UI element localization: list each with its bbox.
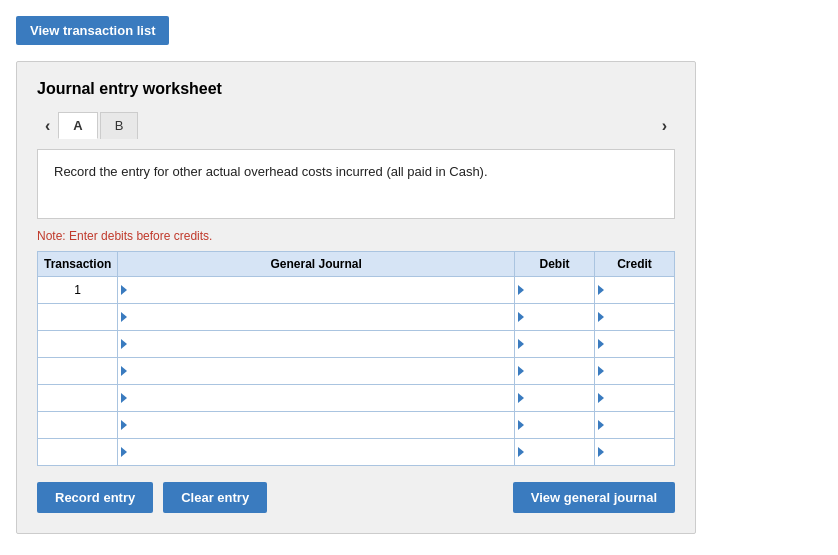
view-general-journal-button[interactable]: View general journal [513, 482, 675, 513]
debit-cell-4[interactable] [515, 358, 595, 385]
table-row [38, 358, 675, 385]
general-journal-input-5[interactable] [127, 385, 514, 411]
general-journal-cell-7[interactable] [118, 439, 515, 466]
col-credit: Credit [595, 252, 675, 277]
debit-cell-2[interactable] [515, 304, 595, 331]
credit-input-6[interactable] [604, 412, 674, 438]
table-row [38, 304, 675, 331]
transaction-cell-6 [38, 412, 118, 439]
debit-cell-3[interactable] [515, 331, 595, 358]
credit-cell-5[interactable] [595, 385, 675, 412]
general-journal-input-3[interactable] [127, 331, 514, 357]
credit-input-7[interactable] [604, 439, 674, 465]
general-journal-cell-5[interactable] [118, 385, 515, 412]
debit-cell-7[interactable] [515, 439, 595, 466]
instruction-box: Record the entry for other actual overhe… [37, 149, 675, 219]
col-transaction: Transaction [38, 252, 118, 277]
general-journal-input-7[interactable] [127, 439, 514, 465]
table-row [38, 412, 675, 439]
worksheet-container: Journal entry worksheet ‹ A B › Record t… [16, 61, 696, 534]
tab-A[interactable]: A [58, 112, 97, 139]
credit-cell-7[interactable] [595, 439, 675, 466]
note-text: Note: Enter debits before credits. [37, 229, 675, 243]
debit-input-1[interactable] [524, 277, 594, 303]
record-entry-button[interactable]: Record entry [37, 482, 153, 513]
prev-tab-arrow[interactable]: ‹ [37, 117, 58, 135]
instruction-text: Record the entry for other actual overhe… [54, 164, 488, 179]
table-row: 1 [38, 277, 675, 304]
general-journal-input-4[interactable] [127, 358, 514, 384]
debit-cell-1[interactable] [515, 277, 595, 304]
general-journal-cell-4[interactable] [118, 358, 515, 385]
debit-input-6[interactable] [524, 412, 594, 438]
credit-cell-4[interactable] [595, 358, 675, 385]
debit-input-3[interactable] [524, 331, 594, 357]
transaction-cell-3 [38, 331, 118, 358]
transaction-cell-4 [38, 358, 118, 385]
col-general-journal: General Journal [118, 252, 515, 277]
transaction-cell-7 [38, 439, 118, 466]
transaction-cell-2 [38, 304, 118, 331]
tab-row: ‹ A B › [37, 112, 675, 139]
general-journal-input-6[interactable] [127, 412, 514, 438]
table-row [38, 439, 675, 466]
debit-input-2[interactable] [524, 304, 594, 330]
general-journal-input-1[interactable] [127, 277, 514, 303]
table-row [38, 331, 675, 358]
clear-entry-button[interactable]: Clear entry [163, 482, 267, 513]
journal-table: Transaction General Journal Debit Credit… [37, 251, 675, 466]
worksheet-title: Journal entry worksheet [37, 80, 675, 98]
debit-input-5[interactable] [524, 385, 594, 411]
credit-input-1[interactable] [604, 277, 674, 303]
general-journal-cell-6[interactable] [118, 412, 515, 439]
credit-input-2[interactable] [604, 304, 674, 330]
general-journal-cell-2[interactable] [118, 304, 515, 331]
tab-list: A B [58, 112, 653, 139]
transaction-cell-5 [38, 385, 118, 412]
view-transaction-button[interactable]: View transaction list [16, 16, 169, 45]
credit-cell-6[interactable] [595, 412, 675, 439]
debit-input-4[interactable] [524, 358, 594, 384]
col-debit: Debit [515, 252, 595, 277]
general-journal-cell-3[interactable] [118, 331, 515, 358]
general-journal-input-2[interactable] [127, 304, 514, 330]
next-tab-arrow[interactable]: › [654, 117, 675, 135]
credit-input-5[interactable] [604, 385, 674, 411]
debit-input-7[interactable] [524, 439, 594, 465]
credit-cell-3[interactable] [595, 331, 675, 358]
tab-B[interactable]: B [100, 112, 139, 139]
credit-input-4[interactable] [604, 358, 674, 384]
debit-cell-6[interactable] [515, 412, 595, 439]
debit-cell-5[interactable] [515, 385, 595, 412]
credit-cell-2[interactable] [595, 304, 675, 331]
table-row [38, 385, 675, 412]
transaction-cell-1: 1 [38, 277, 118, 304]
top-bar: View transaction list [16, 16, 822, 45]
credit-cell-1[interactable] [595, 277, 675, 304]
general-journal-cell-1[interactable] [118, 277, 515, 304]
credit-input-3[interactable] [604, 331, 674, 357]
button-row: Record entry Clear entry View general jo… [37, 482, 675, 513]
